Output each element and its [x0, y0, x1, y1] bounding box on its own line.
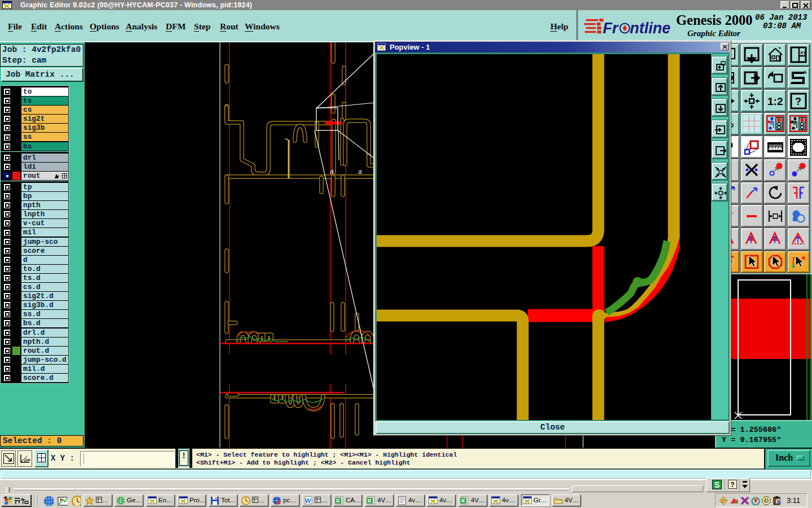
svg-text:OK: OK: [25, 458, 31, 462]
svg-text:W: W: [305, 497, 311, 504]
svg-text:Fr: Fr: [603, 20, 619, 37]
svg-text:?: ?: [795, 96, 801, 107]
svg-text:1:2: 1:2: [767, 95, 783, 107]
svg-text:XY: XY: [800, 50, 806, 55]
svg-text:a: a: [358, 168, 362, 176]
svg-text:ntline: ntline: [630, 20, 670, 37]
svg-text:a: a: [330, 168, 334, 176]
